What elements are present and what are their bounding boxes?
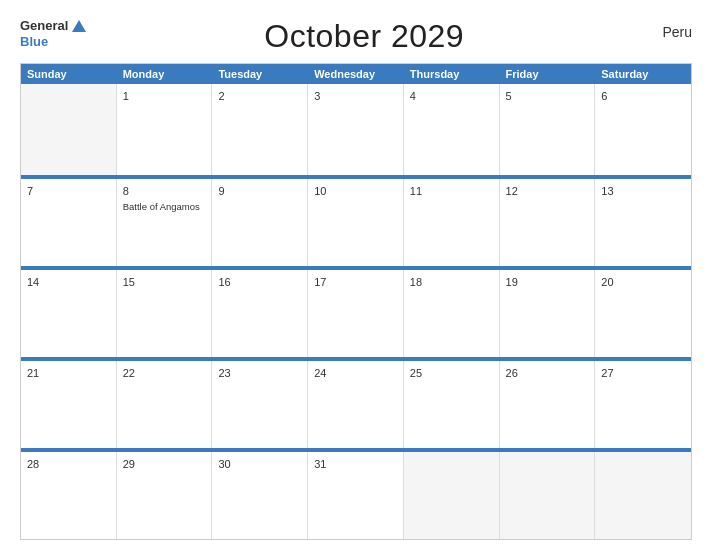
- day-cell-1-4: 11: [404, 179, 500, 266]
- day-number: 26: [506, 366, 589, 381]
- week-grid-1: 78Battle of Angamos910111213: [21, 177, 691, 266]
- day-number: 28: [27, 457, 110, 472]
- logo-triangle-icon: [72, 20, 86, 32]
- day-cell-4-0: 28: [21, 452, 117, 539]
- day-cell-2-2: 16: [212, 270, 308, 357]
- day-cell-3-2: 23: [212, 361, 308, 448]
- day-number: 17: [314, 275, 397, 290]
- day-number: 30: [218, 457, 301, 472]
- day-number: 2: [218, 89, 301, 104]
- day-cell-1-3: 10: [308, 179, 404, 266]
- week-grid-4: 28293031: [21, 450, 691, 539]
- day-cell-0-0: [21, 84, 117, 175]
- week-row-4: 28293031: [21, 448, 691, 539]
- day-number: 20: [601, 275, 685, 290]
- header-wednesday: Wednesday: [308, 64, 404, 84]
- week-grid-0: 123456: [21, 84, 691, 175]
- day-cell-2-0: 14: [21, 270, 117, 357]
- day-cell-0-6: 6: [595, 84, 691, 175]
- day-number: 16: [218, 275, 301, 290]
- day-cell-0-1: 1: [117, 84, 213, 175]
- day-cell-4-4: [404, 452, 500, 539]
- day-cell-2-1: 15: [117, 270, 213, 357]
- logo-blue-text: Blue: [20, 34, 86, 50]
- day-number: 4: [410, 89, 493, 104]
- day-number: 23: [218, 366, 301, 381]
- day-number: 5: [506, 89, 589, 104]
- day-number: 9: [218, 184, 301, 199]
- day-number: 3: [314, 89, 397, 104]
- week-row-3: 21222324252627: [21, 357, 691, 448]
- day-cell-4-2: 30: [212, 452, 308, 539]
- header-friday: Friday: [500, 64, 596, 84]
- day-cell-3-4: 25: [404, 361, 500, 448]
- day-number: 21: [27, 366, 110, 381]
- day-cell-1-2: 9: [212, 179, 308, 266]
- day-number: 1: [123, 89, 206, 104]
- day-cell-1-1: 8Battle of Angamos: [117, 179, 213, 266]
- day-number: 12: [506, 184, 589, 199]
- day-number: 25: [410, 366, 493, 381]
- day-cell-1-5: 12: [500, 179, 596, 266]
- day-cell-2-6: 20: [595, 270, 691, 357]
- day-cell-0-3: 3: [308, 84, 404, 175]
- calendar-page: General Blue October 2029 Peru Sunday Mo…: [0, 0, 712, 550]
- header-sunday: Sunday: [21, 64, 117, 84]
- week-grid-3: 21222324252627: [21, 359, 691, 448]
- day-cell-3-1: 22: [117, 361, 213, 448]
- header-saturday: Saturday: [595, 64, 691, 84]
- day-cell-0-5: 5: [500, 84, 596, 175]
- country-label: Peru: [642, 18, 692, 40]
- page-header: General Blue October 2029 Peru: [20, 18, 692, 55]
- day-cell-1-0: 7: [21, 179, 117, 266]
- week-grid-2: 14151617181920: [21, 268, 691, 357]
- day-cell-0-4: 4: [404, 84, 500, 175]
- day-number: 27: [601, 366, 685, 381]
- header-thursday: Thursday: [404, 64, 500, 84]
- day-cell-3-0: 21: [21, 361, 117, 448]
- day-number: 18: [410, 275, 493, 290]
- header-tuesday: Tuesday: [212, 64, 308, 84]
- day-number: 29: [123, 457, 206, 472]
- week-row-0: 123456: [21, 84, 691, 175]
- day-cell-3-6: 27: [595, 361, 691, 448]
- week-row-2: 14151617181920: [21, 266, 691, 357]
- day-number: 15: [123, 275, 206, 290]
- calendar-title: October 2029: [86, 18, 642, 55]
- day-cell-2-4: 18: [404, 270, 500, 357]
- day-number: 7: [27, 184, 110, 199]
- header-monday: Monday: [117, 64, 213, 84]
- day-cell-3-5: 26: [500, 361, 596, 448]
- day-number: 14: [27, 275, 110, 290]
- day-number: 11: [410, 184, 493, 199]
- day-cell-2-5: 19: [500, 270, 596, 357]
- title-block: October 2029: [86, 18, 642, 55]
- weeks-container: 12345678Battle of Angamos910111213141516…: [21, 84, 691, 539]
- day-cell-1-6: 13: [595, 179, 691, 266]
- day-number: 10: [314, 184, 397, 199]
- day-cell-2-3: 17: [308, 270, 404, 357]
- day-number: 13: [601, 184, 685, 199]
- day-cell-4-3: 31: [308, 452, 404, 539]
- day-cell-0-2: 2: [212, 84, 308, 175]
- calendar-grid: Sunday Monday Tuesday Wednesday Thursday…: [20, 63, 692, 540]
- day-number: 31: [314, 457, 397, 472]
- day-number: 8: [123, 184, 206, 199]
- logo-general-text: General: [20, 18, 86, 34]
- logo: General Blue: [20, 18, 86, 49]
- day-event: Battle of Angamos: [123, 201, 206, 213]
- day-cell-4-6: [595, 452, 691, 539]
- day-number: 19: [506, 275, 589, 290]
- day-cell-3-3: 24: [308, 361, 404, 448]
- day-cell-4-1: 29: [117, 452, 213, 539]
- day-number: 6: [601, 89, 685, 104]
- week-row-1: 78Battle of Angamos910111213: [21, 175, 691, 266]
- day-number: 24: [314, 366, 397, 381]
- column-headers: Sunday Monday Tuesday Wednesday Thursday…: [21, 64, 691, 84]
- day-cell-4-5: [500, 452, 596, 539]
- day-number: 22: [123, 366, 206, 381]
